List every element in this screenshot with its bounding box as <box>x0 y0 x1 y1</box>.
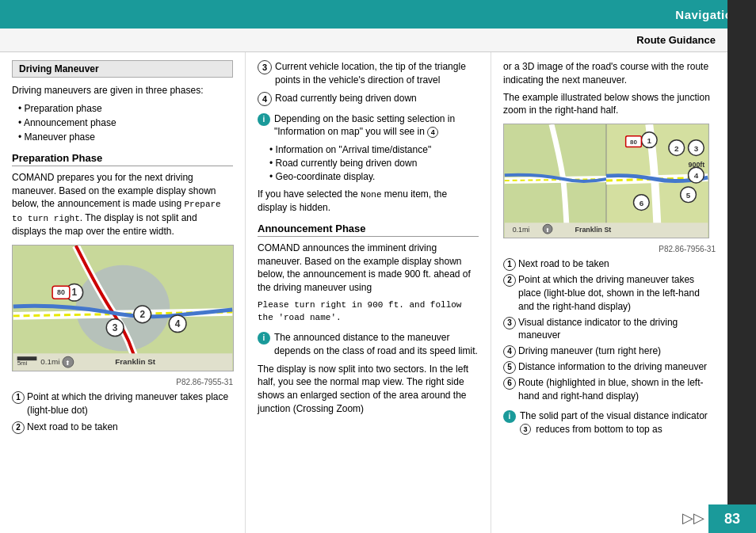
right-item-5: 5 Distance information to the driving ma… <box>503 360 716 374</box>
info-icon-2: i <box>258 332 270 345</box>
right-column: or a 3D image of the road's course with … <box>491 52 727 533</box>
none-code: None <box>361 190 381 200</box>
info-text-1: Depending on the basic setting selection… <box>274 112 479 139</box>
svg-text:900ft: 900ft <box>689 161 705 169</box>
step-3: 3 Current vehicle location, the tip of t… <box>258 60 479 87</box>
content-area: Driving Maneuver Driving maneuvers are g… <box>0 52 727 533</box>
info-text-2: The announced distance to the maneuver d… <box>274 331 479 358</box>
item-text-2: Next road to be taken <box>27 421 233 434</box>
route-guidance-title: Route Guidance <box>636 34 716 46</box>
svg-text:6: 6 <box>640 199 644 207</box>
announcement-text2: The display is now split into two sector… <box>258 363 479 416</box>
svg-text:2: 2 <box>674 144 679 153</box>
r-circle-2: 2 <box>503 274 516 287</box>
list-item: Information on "Arrival time/distance" <box>269 143 479 157</box>
svg-text:Franklin St: Franklin St <box>115 357 156 366</box>
svg-text:3: 3 <box>113 322 118 333</box>
right-info-block: i The solid part of the visual distance … <box>503 409 716 436</box>
right-text1: or a 3D image of the road's course with … <box>503 60 716 87</box>
section1-intro: Driving maneuvers are given in three pha… <box>12 84 233 97</box>
top-header: Navigation <box>0 0 756 29</box>
svg-text:0.1mi: 0.1mi <box>40 357 59 366</box>
driving-maneuver-header: Driving Maneuver <box>12 60 233 78</box>
step-text-3: Current vehicle location, the tip of the… <box>275 60 479 87</box>
r-item-text-4: Driving maneuver (turn right here) <box>518 345 716 358</box>
circle-1: 1 <box>12 391 25 404</box>
right-item-4: 4 Driving maneuver (turn right here) <box>503 345 716 358</box>
step-4: 4 Road currently being driven down <box>258 92 479 106</box>
announcement-text1: COMAND announces the imminent driving ma… <box>258 242 479 295</box>
svg-text:0.1mi: 0.1mi <box>513 226 530 234</box>
r-item-text-6: Route (highlighted in blue, shown in the… <box>518 376 716 403</box>
r-item-text-1: Next road to be taken <box>518 257 716 271</box>
phase-list: Preparation phase Announcement phase Man… <box>18 101 233 144</box>
svg-text:80: 80 <box>630 139 637 146</box>
info-icon-1: i <box>258 113 270 126</box>
right-info-icon: i <box>503 410 516 423</box>
r-item-text-3: Visual distance indicator to the driving… <box>518 316 716 343</box>
item-text-1: Point at which the driving maneuver take… <box>27 390 233 417</box>
map-image-1: 1 2 4 3 80 0.1mi Franklin St ⬆ 5mi <box>12 245 234 371</box>
numbered-item-1: 1 Point at which the driving maneuver ta… <box>12 390 233 417</box>
svg-text:5mi: 5mi <box>17 360 28 367</box>
list-item: Geo-coordinate display. <box>269 170 479 184</box>
map-svg-1: 1 2 4 3 80 0.1mi Franklin St ⬆ 5mi <box>13 246 233 371</box>
r-item-text-2: Point at which the driving maneuver take… <box>518 273 716 313</box>
info-block-2: i The announced distance to the maneuver… <box>258 331 479 358</box>
circle-2: 2 <box>12 421 25 434</box>
r-circle-1: 1 <box>503 258 516 271</box>
r-circle-4: 4 <box>503 345 516 358</box>
r-item-text-5: Distance information to the driving mane… <box>518 360 716 374</box>
right-info-circle-3: 3 <box>520 424 531 435</box>
step-num-4: 4 <box>258 92 272 106</box>
right-info-text: The solid part of the visual distance in… <box>520 409 716 436</box>
right-bar <box>727 0 756 533</box>
left-column: Driving Maneuver Driving maneuvers are g… <box>0 52 246 533</box>
info-block-1: i Depending on the basic setting selecti… <box>258 112 479 139</box>
list-item: Road currently being driven down <box>269 157 479 170</box>
step-num-3: 3 <box>258 60 272 74</box>
map2-caption: P82.86-7956-31 <box>503 245 716 253</box>
mid-column: 3 Current vehicle location, the tip of t… <box>246 52 491 533</box>
right-text2: The example illustrated below shows the … <box>503 91 716 118</box>
svg-text:4: 4 <box>694 171 699 180</box>
announcement-code: Please turn right in 900 ft. and follow … <box>258 299 479 325</box>
svg-text:1: 1 <box>71 287 77 298</box>
svg-text:5: 5 <box>686 191 691 200</box>
list-item: Announcement phase <box>18 116 233 130</box>
announcement-phase-header: Announcement Phase <box>258 223 479 237</box>
r-circle-5: 5 <box>503 361 516 374</box>
svg-text:3: 3 <box>694 144 699 153</box>
map-image-2: 1 2 3 4 5 6 80 900ft <box>503 124 709 238</box>
right-item-1: 1 Next road to be taken <box>503 257 716 271</box>
map1-caption: P82.86-7955-31 <box>12 378 233 386</box>
svg-text:2: 2 <box>139 309 145 320</box>
r-circle-3: 3 <box>503 317 516 329</box>
preparation-text: COMAND prepares you for the next driving… <box>12 171 233 238</box>
list-item: Preparation phase <box>18 101 233 116</box>
right-item-2: 2 Point at which the driving maneuver ta… <box>503 273 716 313</box>
info-circle-4: 4 <box>427 127 438 138</box>
svg-text:4: 4 <box>175 318 181 329</box>
preparation-phase-header: Preparation Phase <box>12 152 233 166</box>
right-item-6: 6 Route (highlighted in blue, shown in t… <box>503 376 716 403</box>
none-text: If you have selected the None menu item,… <box>258 188 479 215</box>
svg-text:1: 1 <box>647 136 651 145</box>
map-svg-2: 1 2 3 4 5 6 80 900ft <box>504 124 708 238</box>
route-guidance-bar: Route Guidance <box>0 29 727 52</box>
right-num-list: 1 Next road to be taken 2 Point at which… <box>503 257 716 403</box>
r-circle-6: 6 <box>503 377 516 390</box>
info-sub-bullets: Information on "Arrival time/distance" R… <box>269 143 479 183</box>
list-item: Maneuver phase <box>18 130 233 144</box>
svg-text:Franklin St: Franklin St <box>575 226 612 234</box>
svg-text:80: 80 <box>57 288 65 296</box>
svg-text:⬆: ⬆ <box>65 360 71 367</box>
svg-text:⬆: ⬆ <box>545 227 550 233</box>
step-text-4: Road currently being driven down <box>275 92 417 105</box>
right-item-3: 3 Visual distance indicator to the drivi… <box>503 316 716 343</box>
numbered-item-2: 2 Next road to be taken <box>12 421 233 434</box>
